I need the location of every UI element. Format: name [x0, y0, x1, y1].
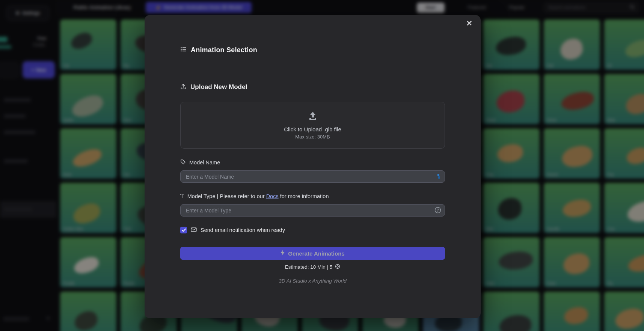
model-name-label: Model Name: [189, 159, 220, 166]
estimate-text: Estimated: 10 Min | 5: [285, 264, 333, 270]
docs-link[interactable]: Docs: [266, 193, 279, 199]
upload-section-header: Upload New Model: [180, 83, 445, 92]
modal-title-row: Animation Selection: [180, 45, 445, 54]
dropzone-max-size: Max size: 30MB: [295, 134, 330, 140]
list-icon: [180, 46, 187, 54]
model-name-field: [180, 170, 445, 183]
upload-tray-icon: [307, 111, 318, 123]
partnership-footer: 3D AI Studio x Anything World: [180, 278, 445, 284]
generate-animations-button[interactable]: Generate Animations: [180, 247, 445, 260]
close-icon[interactable]: ✕: [466, 20, 472, 27]
model-name-label-row: Model Name: [180, 159, 445, 166]
model-type-field: ?: [180, 204, 445, 217]
model-type-input[interactable]: [180, 204, 445, 217]
upload-section-title: Upload New Model: [190, 83, 247, 91]
glb-upload-dropzone[interactable]: Click to Upload .glb file Max size: 30MB: [180, 102, 445, 149]
envelope-icon: [191, 227, 197, 233]
email-notification-row: Send email notification when ready: [180, 226, 445, 234]
autofill-extension-icon[interactable]: [436, 173, 441, 181]
email-notification-label: Send email notification when ready: [201, 227, 285, 233]
model-type-label-row: T Model Type | Please refer to our Docs …: [180, 193, 445, 200]
model-type-label-prefix: Model Type | Please refer to our: [187, 193, 266, 199]
tag-icon: [180, 159, 186, 166]
help-icon[interactable]: ?: [434, 207, 441, 215]
model-name-input[interactable]: [180, 170, 445, 183]
email-notification-checkbox[interactable]: [180, 227, 187, 233]
coin-icon: [335, 264, 340, 270]
modal-content: Animation Selection Upload New Model Cli…: [145, 15, 481, 284]
text-type-icon: T: [180, 193, 184, 199]
model-type-label-suffix: for more information: [279, 193, 329, 199]
animation-selection-modal: ✕ Animation Selection Upload New Model: [145, 15, 481, 318]
model-type-label: Model Type | Please refer to our Docs fo…: [187, 193, 329, 199]
upload-icon: [180, 83, 186, 91]
svg-text:?: ?: [437, 208, 439, 212]
lightning-icon: [281, 250, 285, 257]
dropzone-instruction: Click to Upload .glb file: [284, 126, 341, 132]
modal-title: Animation Selection: [191, 46, 257, 54]
estimate-row: Estimated: 10 Min | 5: [180, 263, 445, 271]
